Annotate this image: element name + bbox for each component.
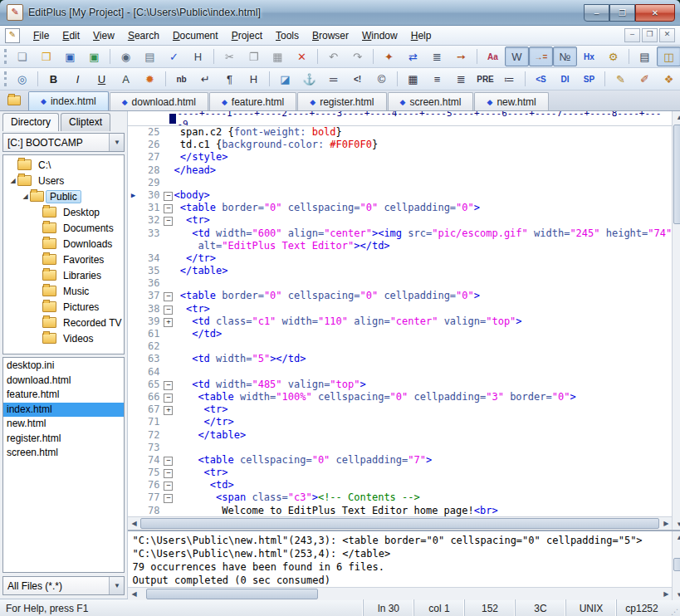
menu-item-document[interactable]: Document: [166, 27, 225, 44]
print-icon[interactable]: ▤: [138, 46, 162, 66]
menu-item-tools[interactable]: Tools: [269, 27, 306, 44]
menu-item-window[interactable]: Window: [355, 27, 404, 44]
new-document-icon[interactable]: ❏: [10, 46, 34, 66]
fold-toggle-icon[interactable]: −: [163, 290, 174, 302]
fold-closed-icon[interactable]: +: [164, 318, 173, 327]
auto-indent-icon[interactable]: →=: [529, 46, 553, 66]
font-color-icon[interactable]: A: [114, 69, 138, 89]
special-char-icon[interactable]: ©: [369, 69, 394, 89]
script-tag-icon[interactable]: <S: [529, 69, 553, 89]
fold-toggle-icon[interactable]: −: [163, 379, 174, 391]
tree-item-c[interactable]: C:\: [3, 157, 124, 173]
hex-viewer-icon[interactable]: Hx: [577, 46, 601, 66]
print-preview-icon[interactable]: ◉: [114, 46, 138, 66]
file-item-register.html[interactable]: register.html: [3, 432, 124, 447]
browser-preview-icon[interactable]: ◎: [10, 69, 34, 89]
resize-grip[interactable]: ⋰: [667, 599, 680, 616]
fold-open-icon[interactable]: −: [164, 204, 173, 213]
tab-download.html[interactable]: ◆download.html: [110, 92, 208, 110]
maximize-button[interactable]: ❐: [609, 4, 635, 22]
undo-icon[interactable]: ↶: [321, 46, 345, 66]
span-tag-icon[interactable]: SP: [577, 69, 601, 89]
pre-icon[interactable]: PRE: [473, 69, 497, 89]
scroll-up-icon[interactable]: ▲: [673, 111, 680, 123]
find-in-files-icon[interactable]: ≣: [425, 46, 449, 66]
expanded-arrow-icon[interactable]: ◢: [21, 193, 30, 200]
tree-item-documents[interactable]: Documents: [3, 220, 124, 236]
edit-stylesheet-icon[interactable]: ✐: [633, 69, 657, 89]
bold-icon[interactable]: B: [42, 69, 66, 89]
menu-item-help[interactable]: Help: [404, 27, 438, 44]
file-list[interactable]: desktop.inidownload.htmlfeature.htmlinde…: [2, 357, 125, 573]
toolbar-grip[interactable]: [4, 71, 7, 86]
fold-toggle-icon[interactable]: −: [163, 467, 174, 479]
scrollbar-thumb[interactable]: [146, 589, 318, 599]
fold-toggle-icon[interactable]: −: [163, 479, 174, 491]
fold-open-icon[interactable]: −: [164, 217, 173, 226]
menu-item-project[interactable]: Project: [225, 27, 269, 44]
tree-item-music[interactable]: Music: [3, 283, 124, 299]
scrollbar-thumb[interactable]: [673, 558, 680, 571]
find-icon[interactable]: ✦: [377, 46, 401, 66]
fold-open-icon[interactable]: −: [164, 469, 173, 478]
horizontal-rule-icon[interactable]: ═: [321, 69, 345, 89]
scroll-right-icon[interactable]: ▶: [660, 518, 672, 530]
expanded-arrow-icon[interactable]: ◢: [8, 177, 17, 184]
chevron-down-icon[interactable]: ▼: [109, 577, 124, 594]
menu-item-view[interactable]: View: [86, 27, 121, 44]
tree-item-public[interactable]: ◢Public: [3, 188, 124, 204]
scrollbar-thumb[interactable]: [140, 518, 659, 529]
mdi-restore-button[interactable]: ❐: [642, 28, 658, 42]
tab-screen.html[interactable]: ◆screen.html: [388, 92, 474, 110]
mdi-close-button[interactable]: ✕: [659, 28, 675, 42]
document-menu-icon[interactable]: ✎: [5, 28, 20, 43]
file-item-new.html[interactable]: new.html: [3, 417, 124, 432]
nbsp-icon[interactable]: nb: [169, 69, 193, 89]
editor-horizontal-scrollbar[interactable]: ◀ ▶: [128, 516, 672, 530]
fold-open-icon[interactable]: −: [164, 306, 173, 315]
fold-toggle-icon[interactable]: −: [163, 303, 174, 315]
file-list-folder-icon[interactable]: [3, 91, 25, 110]
color-palette-icon[interactable]: ✹: [138, 69, 162, 89]
list-icon[interactable]: ≔: [497, 69, 521, 89]
file-item-index.html[interactable]: index.html: [3, 403, 124, 418]
fold-open-icon[interactable]: −: [164, 292, 173, 301]
new-html-document-icon[interactable]: H: [186, 46, 210, 66]
fold-open-icon[interactable]: −: [164, 494, 173, 503]
mdi-minimize-button[interactable]: –: [624, 28, 640, 42]
tab-index.html[interactable]: ◆index.html: [28, 91, 109, 110]
copy-icon[interactable]: ❐: [242, 46, 266, 66]
image-icon[interactable]: ◪: [273, 69, 297, 89]
fold-toggle-icon[interactable]: −: [163, 214, 174, 227]
output-vertical-scrollbar[interactable]: ▲ ▼: [672, 531, 680, 600]
file-filter-selector[interactable]: All Files (*.*) ▼: [2, 576, 125, 595]
tab-feature.html[interactable]: ◆feature.html: [209, 92, 296, 110]
scroll-left-icon[interactable]: ◀: [128, 589, 139, 600]
heading-icon[interactable]: H: [242, 69, 266, 89]
scrollbar-thumb[interactable]: [673, 125, 680, 224]
fold-toggle-icon[interactable]: −: [163, 391, 174, 403]
tree-item-downloads[interactable]: Downloads: [3, 236, 124, 252]
sidebar-tab-directory[interactable]: Directory: [2, 113, 59, 131]
line-break-icon[interactable]: ↵: [193, 69, 218, 89]
folder-tree[interactable]: C:\◢Users◢PublicDesktopDocumentsDownload…: [2, 154, 125, 354]
cut-icon[interactable]: ✂: [218, 46, 242, 66]
line-numbers-icon[interactable]: №: [553, 46, 577, 66]
menu-item-file[interactable]: File: [27, 27, 56, 44]
directory-window-icon[interactable]: ◫: [657, 46, 680, 66]
paragraph-icon[interactable]: ¶: [218, 69, 242, 89]
comment-icon[interactable]: <!: [345, 69, 369, 89]
edit-source-icon[interactable]: ✎: [609, 69, 633, 89]
title-bar[interactable]: ✎ EditPlus [My Project] - [C:\Users\Publ…: [0, 0, 680, 26]
chevron-down-icon[interactable]: ▼: [109, 134, 124, 151]
fold-toggle-icon[interactable]: −: [163, 189, 174, 202]
code-area[interactable]: 25 span.c2 {font-weight: bold}26 td.c1 {…: [128, 126, 672, 516]
document-selector-icon[interactable]: ▤: [633, 46, 657, 66]
tree-item-pictures[interactable]: Pictures: [3, 299, 124, 315]
tree-item-recordedtv[interactable]: Recorded TV: [3, 315, 124, 330]
set-font-icon[interactable]: Aa: [481, 46, 505, 66]
menu-item-edit[interactable]: Edit: [56, 27, 86, 44]
file-item-download.html[interactable]: download.html: [3, 374, 124, 389]
word-wrap-icon[interactable]: W: [505, 46, 529, 66]
tree-item-videos[interactable]: Videos: [3, 330, 124, 346]
